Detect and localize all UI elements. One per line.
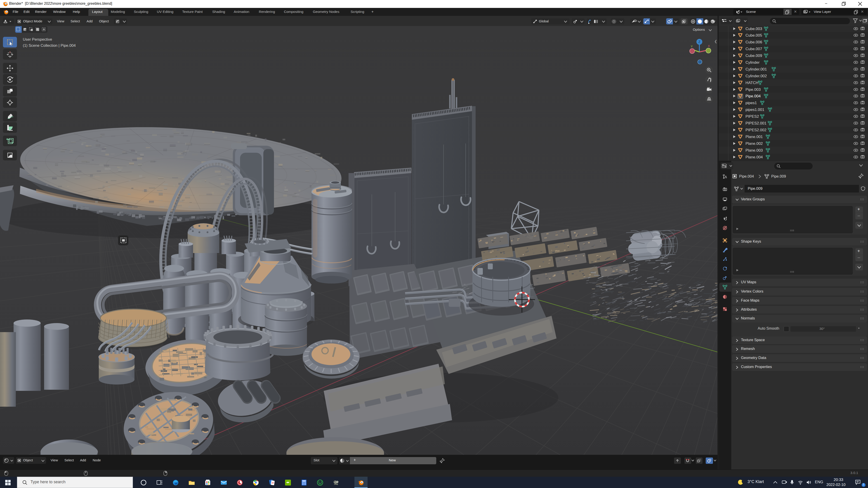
svg-text:PIPES2.001: PIPES2.001: [745, 121, 767, 125]
svg-text:Cylinder.002: Cylinder.002: [745, 74, 767, 78]
svg-text:Pipe.004: Pipe.004: [745, 94, 761, 98]
svg-text:Pipe.003: Pipe.003: [745, 88, 761, 92]
svg-text:pipes1: pipes1: [745, 101, 757, 105]
svg-text:HATCH: HATCH: [745, 80, 758, 85]
svg-text:PIPES2: PIPES2: [745, 114, 759, 119]
svg-text:Cube.006: Cube.006: [745, 40, 762, 44]
svg-text:Plane.002: Plane.002: [745, 141, 763, 146]
svg-text:Cylinder.001: Cylinder.001: [745, 67, 767, 71]
svg-text:Cube.007: Cube.007: [745, 47, 762, 51]
svg-text:Y: Y: [691, 45, 693, 48]
svg-text:Plane.004: Plane.004: [745, 155, 763, 159]
svg-text:Z: Z: [699, 40, 701, 43]
svg-text:PIPES2.002: PIPES2.002: [745, 128, 767, 132]
svg-text:Cube.003: Cube.003: [745, 27, 762, 31]
svg-text:Plane.001: Plane.001: [745, 135, 763, 139]
svg-text:Plane.003: Plane.003: [745, 148, 763, 153]
svg-text:X: X: [708, 44, 710, 48]
svg-text:pipes1.001: pipes1.001: [745, 107, 764, 112]
svg-text:Cube.005: Cube.005: [745, 33, 762, 37]
svg-text:Cylinder: Cylinder: [745, 60, 760, 65]
svg-text:Cube.009: Cube.009: [745, 54, 762, 58]
